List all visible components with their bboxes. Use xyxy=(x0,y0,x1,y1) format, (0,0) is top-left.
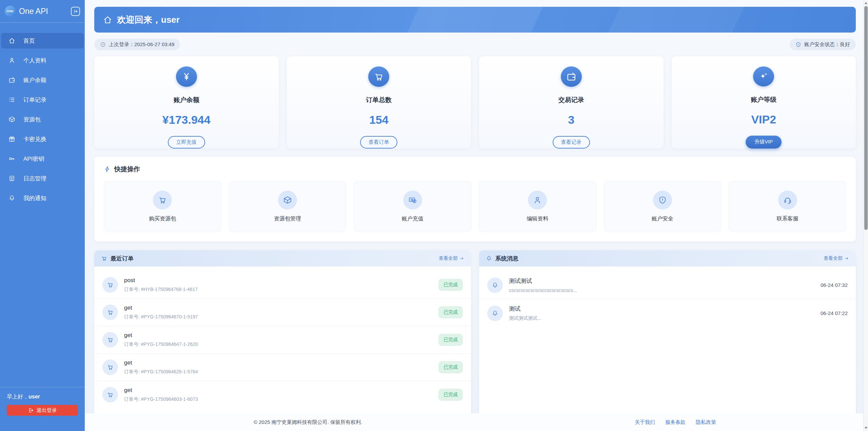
quick-action-label: 账户充值 xyxy=(402,215,423,222)
message-row[interactable]: 测试 测试测试测试... 06-24 07:22 xyxy=(479,299,856,327)
message-time: 06-24 07:22 xyxy=(821,310,848,316)
cart-icon xyxy=(102,332,118,348)
view-all-label: 查看全部 xyxy=(824,255,843,261)
quick-action-recharge[interactable]: 账户充值 xyxy=(354,181,471,232)
order-number: 订单号: #PYG-1750964626-1-5764 xyxy=(124,369,198,375)
quick-actions-panel: 快捷操作 购买资源包 资源包管理 账户充值 编辑资料 xyxy=(94,157,856,241)
sidebar-item-label: 资源包 xyxy=(23,116,41,123)
sidebar-collapse-button[interactable] xyxy=(71,7,80,16)
username: user xyxy=(28,394,40,399)
sidebar-item-home[interactable]: 首页 xyxy=(1,33,84,48)
sidebar-item-orders[interactable]: 订单记录 xyxy=(1,92,84,107)
orders-list: post 订单号: #HYB-1750964768-1-4617 已完成 get… xyxy=(94,267,471,408)
welcome-title: 欢迎回来，user xyxy=(117,14,180,26)
status-badge: 已完成 xyxy=(438,279,463,291)
order-row[interactable]: get 订单号: #PYG-1750964670-1-5197 已完成 xyxy=(94,299,471,326)
stat-card-transactions: 交易记录 3 查看记录 xyxy=(479,56,664,149)
footer-link-terms[interactable]: 服务条款 xyxy=(665,419,686,426)
cart-icon xyxy=(102,277,118,293)
quick-action-buy-package[interactable]: 购买资源包 xyxy=(104,181,221,232)
sidebar-item-profile[interactable]: 个人资料 xyxy=(1,53,84,68)
quick-action-manage-packages[interactable]: 资源包管理 xyxy=(229,181,347,232)
sidebar-item-notifications[interactable]: 我的通知 xyxy=(1,190,84,206)
order-row[interactable]: get 订单号: #PYG-1750964647-1-2620 已完成 xyxy=(94,326,471,354)
quick-action-contact-support[interactable]: 联系客服 xyxy=(729,181,846,232)
copyright-text: © 2025 南宁史莱姆科技有限公司. 保留所有权利. xyxy=(254,419,362,426)
cube-icon xyxy=(8,116,15,123)
sidebar-item-packages[interactable]: 资源包 xyxy=(1,112,84,127)
sidebar-menu: 首页 个人资料 账户余额 订单记录 资源包 卡密兑换 API密钥 日志管理 我的… xyxy=(0,23,85,206)
order-row[interactable]: get 订单号: #PYG-1750964603-1-6073 已完成 xyxy=(94,381,471,408)
message-row[interactable]: 测试测试 cscscscscscscsccscscscscscs... 06-2… xyxy=(479,271,856,299)
order-number: 订单号: #PYG-1750964647-1-2620 xyxy=(124,341,198,348)
security-status-text: 账户安全状态：良好 xyxy=(804,41,850,48)
footer-links: 关于我们 服务条款 隐私政策 xyxy=(635,419,716,426)
bell-icon xyxy=(486,255,492,261)
shield-icon xyxy=(653,191,672,210)
cart-icon xyxy=(102,305,118,320)
quick-action-account-security[interactable]: 账户安全 xyxy=(604,181,722,232)
quick-action-label: 资源包管理 xyxy=(274,215,301,222)
order-row[interactable]: post 订单号: #HYB-1750964768-1-4617 已完成 xyxy=(94,271,471,299)
order-number: 订单号: #HYB-1750964768-1-4617 xyxy=(124,287,198,293)
panel-title-text: 系统消息 xyxy=(495,255,518,262)
sidebar-item-redeem[interactable]: 卡密兑换 xyxy=(1,131,84,147)
scroll-down-arrow-icon[interactable] xyxy=(865,427,867,429)
stat-card-orders: 订单总数 154 查看订单 xyxy=(287,56,471,149)
status-bar: 上次登录：2025-06-27 03:49 账户安全状态：良好 xyxy=(94,39,856,50)
sidebar-item-balance[interactable]: 账户余额 xyxy=(1,72,84,88)
stat-title: 交易记录 xyxy=(558,96,584,104)
order-info: get 订单号: #PYG-1750964670-1-5197 xyxy=(124,305,198,320)
key-icon xyxy=(8,155,15,162)
system-messages-panel: 系统消息 查看全部 测试测试 cscscscscscscsccscscscscs… xyxy=(479,250,856,427)
sidebar-item-logs[interactable]: 日志管理 xyxy=(1,171,84,186)
view-orders-button[interactable]: 查看订单 xyxy=(360,136,397,149)
app-title: One API xyxy=(19,7,48,16)
arrow-right-icon xyxy=(844,256,849,261)
system-messages-header: 系统消息 查看全部 xyxy=(479,250,856,267)
collapse-icon xyxy=(73,8,78,14)
messages-view-all-link[interactable]: 查看全部 xyxy=(824,255,849,261)
welcome-banner: 欢迎回来，user xyxy=(94,7,856,33)
message-title: 测试 xyxy=(509,305,541,313)
panel-title-text: 最近订单 xyxy=(111,255,134,262)
sidebar-item-api-keys[interactable]: API密钥 xyxy=(1,151,84,166)
order-info: post 订单号: #HYB-1750964768-1-4617 xyxy=(124,277,198,293)
recent-orders-panel: 最近订单 查看全部 post 订单号: #HYB-1750964768-1-46… xyxy=(94,250,471,427)
quick-action-edit-profile[interactable]: 编辑资料 xyxy=(479,181,596,232)
footer-link-privacy[interactable]: 隐私政策 xyxy=(696,419,716,426)
stat-value: 3 xyxy=(568,113,574,126)
order-number: 订单号: #PYG-1750964670-1-5197 xyxy=(124,314,198,320)
orders-view-all-link[interactable]: 查看全部 xyxy=(439,255,464,261)
recent-orders-header: 最近订单 查看全部 xyxy=(94,250,471,267)
status-badge: 已完成 xyxy=(438,306,463,318)
order-number: 订单号: #PYG-1750964603-1-6073 xyxy=(124,396,198,403)
bell-icon xyxy=(8,195,15,201)
wallet-icon xyxy=(561,66,582,87)
order-name: get xyxy=(124,359,198,366)
bell-icon xyxy=(487,277,503,293)
recharge-button[interactable]: 立即充值 xyxy=(168,136,205,149)
app-logo: ONE xyxy=(5,6,16,17)
order-info: get 订单号: #PYG-1750964626-1-5764 xyxy=(124,359,198,375)
view-records-button[interactable]: 查看记录 xyxy=(553,136,590,149)
message-info: 测试测试 cscscscscscscsccscscscscscs... xyxy=(509,277,577,293)
upgrade-vip-button[interactable]: 升级VIP xyxy=(746,136,782,149)
cart-icon xyxy=(101,255,107,261)
quick-actions-grid: 购买资源包 资源包管理 账户充值 编辑资料 账户安全 xyxy=(104,181,846,232)
stat-card-balance: 账户余额 ¥173.944 立即充值 xyxy=(94,56,279,149)
cart-icon xyxy=(368,66,389,87)
sidebar-item-label: 我的通知 xyxy=(23,194,46,202)
shield-icon xyxy=(795,42,801,47)
vertical-scrollbar[interactable] xyxy=(863,0,868,431)
footer-link-about[interactable]: 关于我们 xyxy=(635,419,655,426)
scroll-up-arrow-icon[interactable] xyxy=(865,2,867,4)
scrollbar-thumb[interactable] xyxy=(864,6,868,230)
main-content: 欢迎回来，user 上次登录：2025-06-27 03:49 账户安全状态：良… xyxy=(85,0,868,431)
logout-button[interactable]: 退出登录 xyxy=(7,405,78,416)
dashboard-page: ONE One API 首页 个人资料 账户余额 订单记录 资源包 卡密兑换 A… xyxy=(0,0,868,431)
user-icon xyxy=(8,57,15,64)
system-messages-title: 系统消息 xyxy=(486,255,518,262)
sidebar-item-label: API密钥 xyxy=(23,155,44,163)
order-row[interactable]: get 订单号: #PYG-1750964626-1-5764 已完成 xyxy=(94,354,471,381)
